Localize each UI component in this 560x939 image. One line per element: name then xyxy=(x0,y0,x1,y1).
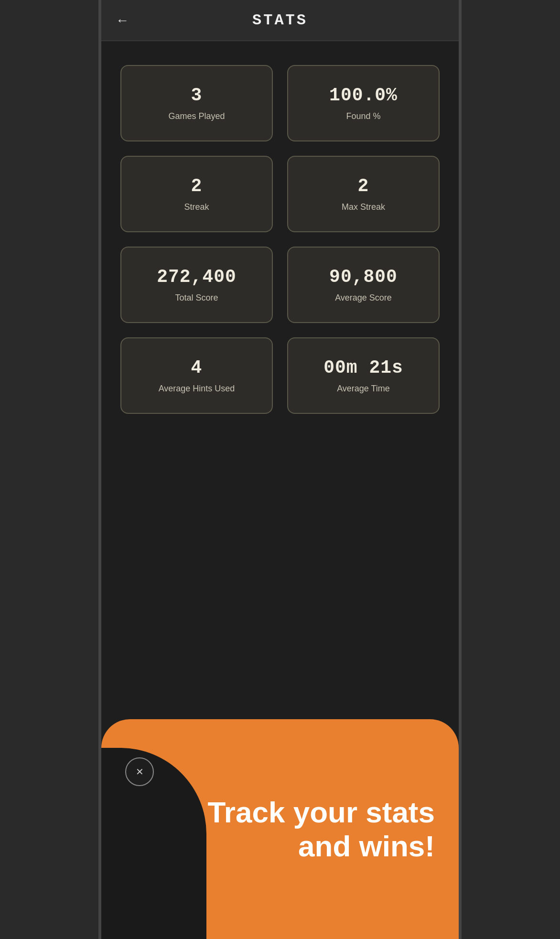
stats-grid: 3 Games Played 100.0% Found % 2 Streak 2… xyxy=(101,41,459,438)
dark-blob xyxy=(101,748,206,939)
stat-label-avg-hints: Average Hints Used xyxy=(159,384,235,394)
stat-card-games-played: 3 Games Played xyxy=(120,65,273,141)
promo-section: ✕ Track your stats and wins! xyxy=(101,719,459,939)
stat-label-games-played: Games Played xyxy=(168,111,225,121)
promo-text: Track your stats and wins! xyxy=(206,795,435,863)
stat-value-average-score: 90,800 xyxy=(329,267,398,287)
page-title: STATS xyxy=(252,11,308,29)
header: ← STATS xyxy=(101,0,459,41)
stat-card-total-score: 272,400 Total Score xyxy=(120,247,273,323)
stat-value-games-played: 3 xyxy=(191,85,203,106)
stat-card-avg-time: 00m 21s Average Time xyxy=(287,337,440,414)
back-button[interactable]: ← xyxy=(116,13,129,28)
stat-value-found-percent: 100.0% xyxy=(329,85,398,106)
stat-value-streak: 2 xyxy=(191,176,203,196)
stat-value-total-score: 272,400 xyxy=(157,267,237,287)
stat-label-found-percent: Found % xyxy=(346,111,380,121)
stat-value-avg-time: 00m 21s xyxy=(323,357,403,378)
phone-container: ← STATS 3 Games Played 100.0% Found % 2 … xyxy=(98,0,462,939)
stat-card-streak: 2 Streak xyxy=(120,156,273,232)
stat-card-avg-hints: 4 Average Hints Used xyxy=(120,337,273,414)
stat-label-avg-time: Average Time xyxy=(337,384,390,394)
stat-label-max-streak: Max Streak xyxy=(342,202,385,212)
stat-card-max-streak: 2 Max Streak xyxy=(287,156,440,232)
stat-card-found-percent: 100.0% Found % xyxy=(287,65,440,141)
stat-label-total-score: Total Score xyxy=(175,293,218,303)
stat-value-max-streak: 2 xyxy=(358,176,369,196)
stat-label-streak: Streak xyxy=(184,202,209,212)
stat-label-average-score: Average Score xyxy=(335,293,392,303)
stat-card-average-score: 90,800 Average Score xyxy=(287,247,440,323)
close-button[interactable]: ✕ xyxy=(125,757,154,786)
stat-value-avg-hints: 4 xyxy=(191,357,203,378)
